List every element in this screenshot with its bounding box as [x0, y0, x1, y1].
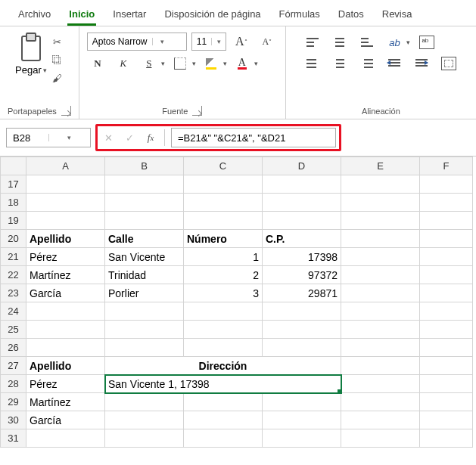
- cell[interactable]: [420, 194, 473, 212]
- chevron-down-icon[interactable]: ▾: [48, 134, 91, 141]
- row-header[interactable]: 25: [1, 321, 26, 339]
- align-middle-icon[interactable]: [329, 34, 350, 51]
- cell[interactable]: [420, 248, 473, 266]
- increase-indent-icon[interactable]: [411, 55, 432, 72]
- row-header[interactable]: 23: [1, 284, 26, 302]
- row-header[interactable]: 21: [1, 248, 26, 266]
- paste-label[interactable]: Pegar: [15, 64, 42, 76]
- cell[interactable]: [420, 302, 473, 321]
- cell[interactable]: 97372: [263, 266, 341, 284]
- cell[interactable]: [105, 393, 184, 411]
- cell[interactable]: [184, 393, 263, 411]
- fx-icon[interactable]: fx: [143, 130, 158, 145]
- cell[interactable]: [26, 429, 105, 448]
- cell[interactable]: [420, 375, 473, 393]
- cell[interactable]: [420, 284, 473, 302]
- cell[interactable]: [105, 429, 184, 448]
- cell[interactable]: Apellido: [26, 357, 105, 375]
- cell[interactable]: San Vicente: [105, 248, 184, 266]
- cell[interactable]: [420, 429, 473, 448]
- cell[interactable]: [105, 339, 184, 357]
- cell[interactable]: [26, 194, 105, 212]
- cell[interactable]: [184, 175, 263, 194]
- tab-inicio[interactable]: Inicio: [60, 5, 104, 26]
- cell[interactable]: [420, 230, 473, 248]
- cell[interactable]: Pérez: [26, 248, 105, 266]
- cell[interactable]: 3: [184, 284, 263, 302]
- cell[interactable]: [263, 411, 341, 429]
- select-all-corner[interactable]: [1, 157, 26, 175]
- cell[interactable]: Porlier: [105, 284, 184, 302]
- row-header[interactable]: 20: [1, 230, 26, 248]
- font-name-combo[interactable]: Aptos Narrow ▾: [87, 33, 187, 51]
- cut-icon[interactable]: ✂: [51, 36, 64, 48]
- cell[interactable]: [341, 284, 420, 302]
- cell[interactable]: [420, 411, 473, 429]
- row-header[interactable]: 29: [1, 393, 26, 411]
- cell[interactable]: [26, 175, 105, 194]
- cell[interactable]: [263, 339, 341, 357]
- col-header[interactable]: D: [263, 157, 341, 175]
- col-header[interactable]: A: [26, 157, 105, 175]
- cell[interactable]: [184, 339, 263, 357]
- chevron-down-icon[interactable]: ▾: [161, 60, 165, 67]
- cell[interactable]: [105, 302, 184, 321]
- formula-input[interactable]: =B21&" "&C21&", "&D21: [171, 128, 336, 147]
- tab-archivo[interactable]: Archivo: [9, 5, 60, 26]
- cancel-icon[interactable]: ✕: [101, 130, 116, 145]
- cell[interactable]: 17398: [263, 248, 341, 266]
- cell[interactable]: [420, 212, 473, 230]
- orientation-icon[interactable]: ab: [384, 34, 405, 51]
- cell[interactable]: [105, 212, 184, 230]
- cell[interactable]: [184, 321, 263, 339]
- cell[interactable]: 2: [184, 266, 263, 284]
- decrease-font-icon[interactable]: A˅: [257, 33, 278, 50]
- cell[interactable]: [341, 429, 420, 448]
- paste-icon[interactable]: [18, 33, 44, 63]
- cell[interactable]: 29871: [263, 284, 341, 302]
- cell[interactable]: [263, 321, 341, 339]
- row-header[interactable]: 17: [1, 175, 26, 194]
- cell[interactable]: [341, 393, 420, 411]
- cell[interactable]: [184, 411, 263, 429]
- cell-selected[interactable]: San Vicente 1, 17398: [105, 375, 341, 393]
- chevron-down-icon[interactable]: ▾: [43, 67, 47, 74]
- cell[interactable]: Apellido: [26, 230, 105, 248]
- cell[interactable]: [26, 339, 105, 357]
- cell[interactable]: [420, 357, 473, 375]
- row-header[interactable]: 30: [1, 411, 26, 429]
- cell[interactable]: [263, 429, 341, 448]
- cell[interactable]: [263, 393, 341, 411]
- chevron-down-icon[interactable]: ▾: [223, 60, 227, 67]
- tab-formulas[interactable]: Fórmulas: [270, 5, 329, 26]
- underline-button[interactable]: S: [138, 55, 160, 72]
- cell[interactable]: Pérez: [26, 375, 105, 393]
- font-size-combo[interactable]: 11 ▾: [191, 33, 226, 51]
- cell[interactable]: [420, 321, 473, 339]
- cell[interactable]: [341, 230, 420, 248]
- chevron-down-icon[interactable]: ▾: [211, 38, 226, 45]
- cell[interactable]: Número: [184, 230, 263, 248]
- row-header[interactable]: 24: [1, 302, 26, 321]
- cell[interactable]: [341, 248, 420, 266]
- col-header[interactable]: F: [420, 157, 473, 175]
- bold-button[interactable]: N: [87, 55, 108, 72]
- row-header[interactable]: 27: [1, 357, 26, 375]
- cell[interactable]: [184, 429, 263, 448]
- cell[interactable]: [341, 194, 420, 212]
- cell[interactable]: Dirección: [105, 357, 341, 375]
- wrap-text-icon[interactable]: [416, 34, 437, 51]
- name-box[interactable]: B28 ▾: [6, 128, 91, 147]
- cell[interactable]: [26, 302, 105, 321]
- align-center-icon[interactable]: [329, 55, 350, 72]
- tab-datos[interactable]: Datos: [329, 5, 373, 26]
- align-right-icon[interactable]: [356, 55, 378, 72]
- cell[interactable]: [341, 302, 420, 321]
- cell[interactable]: Trinidad: [105, 266, 184, 284]
- align-bottom-icon[interactable]: [356, 34, 378, 51]
- format-painter-icon[interactable]: 🖌: [51, 72, 64, 84]
- cell[interactable]: [341, 375, 420, 393]
- font-color-icon[interactable]: A: [232, 55, 253, 72]
- cell[interactable]: [105, 175, 184, 194]
- row-header[interactable]: 31: [1, 429, 26, 448]
